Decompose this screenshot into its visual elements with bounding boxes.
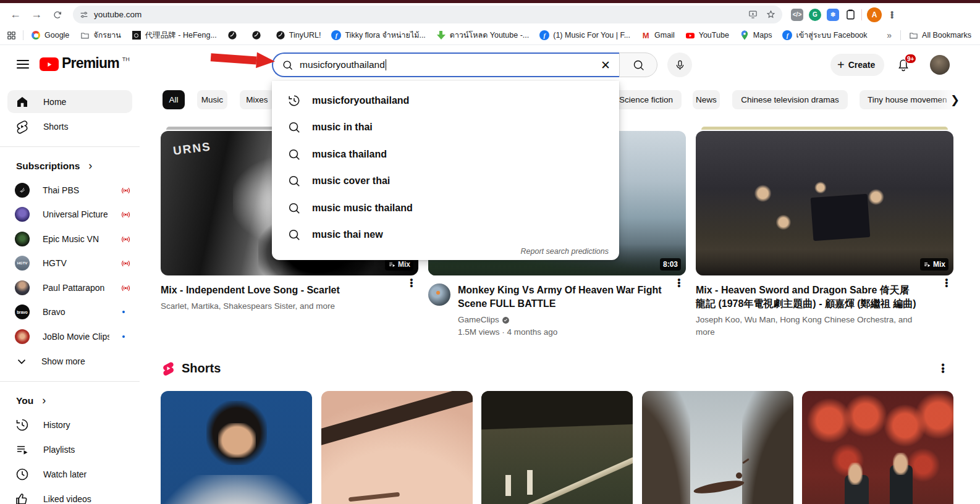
chips-scroll-next-button[interactable]: ❯ (945, 90, 965, 109)
guide-menu-button[interactable] (17, 58, 29, 70)
video-thumbnail[interactable]: Mix (696, 131, 953, 275)
suggestion-row[interactable]: musica thailand (272, 141, 619, 168)
bookmark-youtube-downloader[interactable]: ดาวน์โหลด Youtube -... (436, 29, 529, 41)
video-menu-button[interactable]: ••• (674, 278, 685, 287)
search-button[interactable] (619, 52, 657, 77)
suggestion-row[interactable]: music music thailand (272, 195, 619, 222)
bookmark-google[interactable]: Google (31, 30, 69, 40)
search-input[interactable]: musicforyouthailand ✕ (272, 52, 619, 77)
bookmark-maps[interactable]: Maps (740, 30, 772, 40)
browser-profile-avatar[interactable]: A (867, 7, 882, 22)
apps-grid-icon[interactable] (6, 30, 17, 41)
bookmark-globe-1[interactable] (227, 30, 241, 40)
download-arrow-icon (436, 30, 446, 40)
text-caret (386, 59, 387, 70)
voice-search-button[interactable] (667, 52, 692, 77)
shorts-card-4[interactable] (642, 391, 793, 504)
video-title[interactable]: Mix - Heaven Sword and Dragon Sabre 倚天屠龍… (696, 284, 918, 311)
subscriptions-header[interactable]: Subscriptions › (16, 159, 92, 172)
subscription-universal[interactable]: Universal Picture... (7, 203, 136, 226)
chip-mixes[interactable]: Mixes (240, 90, 274, 109)
shorts-card-3[interactable] (481, 391, 633, 504)
bookmark-tikky-flora[interactable]: f Tikky flora จำหน่ายไม้... (331, 29, 425, 41)
video-channel[interactable]: GameClips (458, 314, 662, 326)
chip-music[interactable]: Music (197, 90, 227, 109)
sidebar-item-playlists[interactable]: Playlists (7, 438, 132, 461)
subscription-paul-pattarapon[interactable]: Paul Pattarapon ... (7, 276, 136, 300)
sidebar-item-history[interactable]: History (7, 413, 132, 436)
subscription-joblo[interactable]: JoBlo Movie Clips (7, 325, 136, 348)
bookmark-folder[interactable]: จักรยาน (80, 29, 121, 41)
video-menu-button[interactable]: ••• (406, 278, 417, 287)
browser-menu-button[interactable]: ••• (890, 11, 893, 19)
video-meta: Monkey King Vs Army Of Heaven War Fight … (428, 275, 686, 338)
url-bar[interactable]: youtube.com (73, 6, 782, 23)
reload-icon (53, 10, 62, 20)
report-search-predictions-link[interactable]: Report search predictions (521, 247, 609, 256)
thumbs-up-icon (15, 492, 30, 504)
suggestion-row[interactable]: music cover thai (272, 168, 619, 195)
subscription-bravo[interactable]: bravo Bravo (7, 300, 136, 324)
shorts-art-cliff-left (642, 391, 690, 504)
video-title[interactable]: Mix - Independent Love Song - Scarlet (161, 284, 340, 297)
chip-science-fiction[interactable]: Science fiction (609, 90, 682, 109)
show-more-button[interactable]: Show more (7, 350, 136, 373)
forward-button[interactable]: → (26, 6, 47, 24)
bookmark-gmail[interactable]: M Gmail (641, 30, 675, 40)
account-avatar[interactable] (930, 55, 950, 75)
chevron-right-icon: › (88, 159, 92, 172)
bookmark-hefeng[interactable]: 代理品牌 - HeFeng... (132, 30, 217, 41)
bookmark-music-for-you[interactable]: f (1) Music For You | F... (539, 30, 630, 40)
video-title[interactable]: Monkey King Vs Army Of Heaven War Fight … (458, 284, 662, 311)
sidebar-item-home[interactable]: Home (7, 90, 132, 113)
you-header[interactable]: You › (16, 394, 46, 407)
shorts-menu-button[interactable]: ••• (937, 363, 949, 374)
video-card-3[interactable]: Mix Mix - Heaven Sword and Dragon Sabre … (696, 127, 953, 338)
extensions-icon[interactable] (845, 9, 856, 20)
bookmark-facebook-login[interactable]: f เข้าสู่ระบบ Facebook (782, 29, 867, 41)
bookmarks-overflow-chevron[interactable]: » (887, 30, 892, 40)
site-info-icon[interactable] (79, 10, 89, 20)
shorts-card-2[interactable] (321, 391, 473, 504)
snowflake-extension-icon[interactable]: ❄ (827, 9, 839, 21)
folder-icon (80, 30, 90, 40)
suggestion-row[interactable]: music thai new (272, 222, 619, 249)
suggestion-row[interactable]: musicforyouthailand (272, 87, 619, 114)
youtube-premium-logo[interactable]: Premium TH (40, 55, 130, 72)
subscription-thai-pbs[interactable]: Thai PBS (7, 178, 136, 202)
video-subtitle[interactable]: Joseph Koo, Wu Man, Hong Kong Chinese Or… (696, 314, 929, 338)
reload-button[interactable] (47, 6, 68, 24)
subscription-epic-music-vn[interactable]: Epic Music VN (7, 227, 136, 251)
install-icon[interactable] (748, 9, 758, 20)
shorts-card-1[interactable] (161, 391, 312, 504)
video-subtitle[interactable]: Scarlet, Martika, Shakespears Sister, an… (161, 300, 340, 313)
notifications-button[interactable]: 9+ (896, 57, 918, 75)
live-icon (120, 185, 131, 196)
bookmark-tinyurl[interactable]: TinyURL! (276, 30, 321, 40)
code-extension-icon[interactable]: </> (791, 9, 803, 21)
subscription-hgtv[interactable]: HGTV HGTV (7, 251, 136, 275)
video-menu-button[interactable]: ••• (941, 278, 952, 287)
shorts-art-robe (161, 475, 312, 504)
bookmark-youtube[interactable]: YouTube (685, 30, 729, 40)
sidebar-item-shorts[interactable]: Shorts (7, 115, 132, 138)
sidebar-item-watch-later[interactable]: Watch later (7, 463, 132, 485)
suggestion-row[interactable]: music in thai (272, 114, 619, 141)
chip-chinese-tv-dramas[interactable]: Chinese television dramas (732, 90, 848, 109)
chip-all[interactable]: All (163, 90, 185, 109)
channel-avatar[interactable] (428, 284, 450, 306)
chip-news[interactable]: News (693, 90, 720, 109)
bookmark-globe-2[interactable] (251, 30, 265, 40)
sidebar-item-liked-videos[interactable]: Liked videos (7, 487, 132, 504)
back-button[interactable]: ← (5, 6, 26, 24)
grammarly-extension-icon[interactable]: G (809, 9, 821, 21)
video-meta: Mix - Independent Love Song - Scarlet Sc… (161, 275, 418, 313)
create-button[interactable]: + Create (830, 54, 884, 76)
bookmark-star-icon[interactable] (766, 9, 776, 20)
clear-search-button[interactable]: ✕ (597, 56, 614, 74)
shorts-card-5[interactable] (802, 391, 953, 504)
shorts-art-banner (527, 470, 533, 495)
all-bookmarks-button[interactable]: All Bookmarks (908, 30, 971, 40)
shorts-icon (15, 119, 30, 134)
shorts-art-ibex-body (693, 478, 746, 496)
